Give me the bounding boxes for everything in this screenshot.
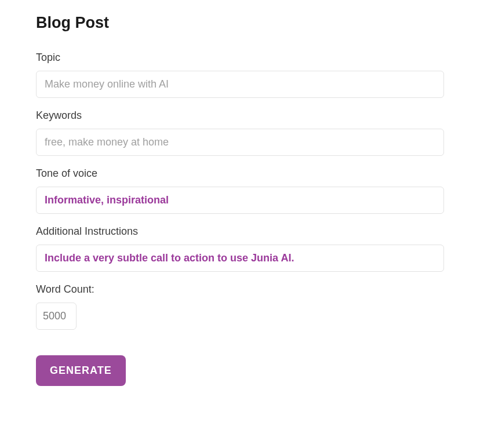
generate-button[interactable]: GENERATE bbox=[36, 355, 126, 386]
keywords-input[interactable] bbox=[36, 129, 444, 156]
page-title: Blog Post bbox=[36, 14, 444, 32]
tone-label: Tone of voice bbox=[36, 167, 444, 180]
keywords-group: Keywords bbox=[36, 110, 444, 156]
instructions-group: Additional Instructions bbox=[36, 225, 444, 272]
word-count-label: Word Count: bbox=[36, 283, 444, 296]
word-count-group: Word Count: bbox=[36, 283, 444, 330]
instructions-label: Additional Instructions bbox=[36, 225, 444, 238]
topic-input[interactable] bbox=[36, 71, 444, 98]
tone-group: Tone of voice bbox=[36, 167, 444, 214]
keywords-label: Keywords bbox=[36, 110, 444, 122]
word-count-input[interactable] bbox=[36, 303, 77, 330]
topic-label: Topic bbox=[36, 52, 444, 64]
blog-post-form-card: Blog Post Topic Keywords Tone of voice A… bbox=[0, 0, 480, 409]
tone-input[interactable] bbox=[36, 187, 444, 214]
instructions-input[interactable] bbox=[36, 245, 444, 272]
topic-group: Topic bbox=[36, 52, 444, 98]
